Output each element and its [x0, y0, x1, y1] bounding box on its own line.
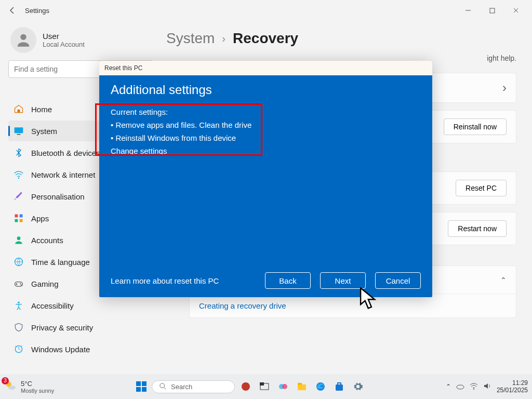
wifi-icon [14, 169, 24, 180]
window-titlebar: Settings [0, 0, 532, 21]
nav-label: Home [31, 105, 52, 114]
change-settings-link[interactable]: Change settings [111, 147, 421, 155]
avatar [10, 27, 36, 53]
svg-rect-22 [136, 387, 141, 392]
svg-rect-8 [15, 219, 18, 222]
taskbar-store[interactable] [331, 379, 347, 394]
svg-rect-6 [15, 215, 18, 218]
nav-label: System [31, 127, 57, 136]
user-sub: Local Account [43, 41, 85, 48]
svg-rect-3 [15, 127, 23, 133]
weather-label: Mostly sunny [21, 388, 54, 394]
svg-rect-27 [260, 382, 264, 385]
reinstall-button[interactable]: Reinstall now [444, 118, 507, 135]
nav-label: Personalisation [31, 192, 85, 201]
svg-point-15 [18, 302, 19, 303]
svg-point-14 [21, 284, 22, 286]
search-icon [159, 383, 167, 390]
nav-label: Apps [31, 214, 49, 223]
dialog-heading: Additional settings [111, 83, 421, 97]
taskbar-settings[interactable] [350, 379, 366, 394]
person-icon [14, 235, 24, 245]
svg-point-35 [457, 385, 464, 389]
svg-rect-0 [490, 8, 495, 13]
svg-rect-20 [136, 381, 141, 386]
learn-more-link[interactable]: Learn more about reset this PC [111, 276, 219, 285]
brush-icon [14, 191, 24, 202]
svg-rect-2 [18, 110, 20, 113]
reset-dialog: Reset this PC Additional settings Curren… [99, 61, 432, 297]
dialog-bullet-1: • Remove apps and files. Clean the drive [111, 121, 421, 129]
svg-point-5 [18, 177, 20, 179]
globe-icon [14, 257, 24, 267]
svg-point-1 [20, 34, 26, 40]
window-title: Settings [25, 7, 49, 15]
breadcrumb: System › Recovery [166, 30, 516, 47]
nav-label: Gaming [31, 280, 59, 288]
svg-point-13 [20, 283, 21, 285]
wifi-icon[interactable] [470, 382, 478, 392]
dialog-next-button[interactable]: Next [320, 272, 366, 289]
user-name: User [43, 32, 85, 41]
svg-rect-23 [142, 387, 147, 392]
tray-chevron-icon[interactable]: ⌃ [446, 383, 451, 390]
bluetooth-icon [14, 148, 24, 158]
gaming-icon [14, 278, 24, 289]
nav-label: Privacy & security [31, 323, 93, 332]
weather-widget[interactable]: 3 5°C Mostly sunny [4, 380, 54, 394]
sidebar-item-privacy-security[interactable]: Privacy & security [8, 317, 156, 338]
dialog-current-label: Current settings: [111, 108, 421, 116]
back-button[interactable] [4, 2, 21, 19]
reset-pc-button[interactable]: Reset PC [456, 180, 507, 196]
close-button[interactable] [504, 2, 528, 19]
taskbar-search[interactable]: Search [152, 380, 235, 393]
sidebar-item-accessibility[interactable]: Accessibility [8, 295, 156, 316]
taskbar-copilot[interactable] [275, 379, 291, 394]
home-icon [14, 104, 24, 114]
chevron-right-icon: › [222, 33, 225, 45]
system-tray[interactable]: ⌃ 11:29 25/01/2025 [446, 379, 528, 394]
taskbar-explorer[interactable] [294, 379, 310, 394]
svg-point-29 [282, 384, 287, 389]
svg-rect-21 [142, 381, 147, 386]
start-button[interactable] [134, 379, 149, 394]
taskbar-clock[interactable]: 11:29 25/01/2025 [497, 379, 528, 394]
shield-icon [14, 322, 24, 332]
taskbar-app-1[interactable] [238, 379, 254, 394]
nav-label: Accounts [31, 236, 63, 245]
breadcrumb-current: Recovery [233, 30, 298, 47]
taskbar-taskview[interactable] [257, 379, 272, 394]
sidebar-item-windows-update[interactable]: Windows Update [8, 339, 156, 360]
weather-temp: 5°C [21, 380, 54, 388]
dialog-cancel-button[interactable]: Cancel [375, 272, 421, 289]
user-block[interactable]: User Local Account [8, 24, 156, 60]
restart-now-button[interactable]: Restart now [448, 220, 507, 237]
svg-point-19 [8, 385, 16, 390]
svg-rect-4 [17, 134, 21, 135]
svg-rect-31 [298, 383, 302, 385]
nav-label: Accessibility [31, 301, 74, 310]
nav-label: Windows Update [31, 345, 90, 354]
update-icon [14, 344, 24, 354]
svg-rect-34 [338, 383, 341, 385]
svg-point-36 [473, 389, 474, 390]
onedrive-icon[interactable] [456, 382, 464, 392]
volume-icon[interactable] [483, 382, 491, 392]
svg-point-24 [160, 383, 165, 388]
taskbar-edge[interactable] [313, 379, 328, 394]
svg-point-25 [242, 382, 250, 391]
maximize-button[interactable] [480, 2, 504, 19]
minimize-button[interactable] [456, 2, 480, 19]
dialog-bullet-2: • Reinstall Windows from this device [111, 134, 421, 142]
nav-label: Network & internet [31, 170, 95, 179]
dialog-titlebar: Reset this PC [99, 61, 432, 75]
nav-label: Time & language [31, 258, 90, 267]
breadcrumb-parent[interactable]: System [166, 30, 215, 47]
taskbar: 3 5°C Mostly sunny Search ⌃ 11:29 25/0 [0, 374, 532, 399]
svg-point-10 [17, 236, 21, 240]
svg-rect-7 [20, 215, 23, 218]
apps-icon [14, 213, 24, 223]
nav-label: Bluetooth & devices [31, 149, 100, 157]
accessibility-icon [14, 300, 24, 311]
dialog-back-button[interactable]: Back [265, 272, 311, 289]
